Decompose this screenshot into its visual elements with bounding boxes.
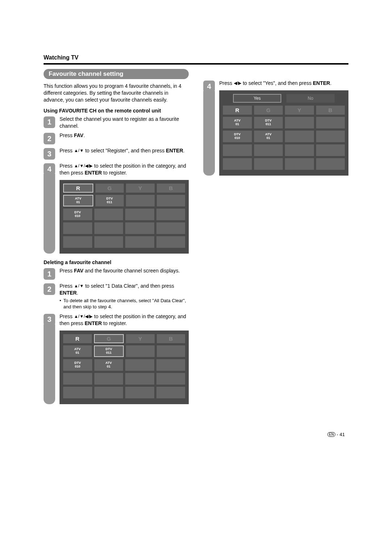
tv-cell: [316, 158, 345, 170]
tv-cell: [316, 144, 345, 156]
tv-cell: ATV01: [254, 131, 283, 142]
tv-cell: DTV011: [95, 195, 124, 206]
step-number: 1: [44, 268, 55, 280]
tv-cell: [254, 144, 283, 156]
tv-cell: [125, 359, 154, 371]
step-pillar: [203, 91, 215, 176]
tv-panel: R G Y B ATV01 DTV011 DTV010: [60, 331, 189, 404]
col-header: R: [223, 106, 252, 115]
col-header: Y: [285, 106, 314, 115]
using-heading: Using FAVOURITE CH on the remote control…: [44, 108, 189, 114]
step-text: Press ▲/▼ to select "Register", and then…: [60, 147, 189, 154]
step-text: Press ◀/▶ to select "Yes", and then pres…: [219, 80, 348, 87]
col-header: Y: [126, 334, 155, 343]
tv-cell: [94, 373, 123, 385]
tv-cell: [125, 236, 154, 248]
lang-badge: EN: [327, 432, 335, 437]
tv-cell: [63, 373, 92, 385]
tv-cell: [156, 209, 185, 220]
tv-cell: [94, 209, 123, 220]
step-number: 3: [44, 314, 55, 325]
tv-cell: [126, 195, 155, 206]
step-text: Press FAV and the favourite channel scre…: [60, 267, 189, 274]
step-number: 2: [44, 133, 55, 144]
tv-cell: [156, 359, 185, 371]
step-text: Press ▲/▼ to select "1 Data Clear", and …: [60, 283, 189, 310]
tv-panel: R G Y B ATV01 DTV011 DTV010: [60, 180, 189, 254]
col-header: R: [63, 334, 92, 343]
col-header: Y: [126, 184, 155, 193]
tv-cell: [94, 222, 123, 234]
col-header: B: [157, 334, 185, 343]
step-number: 2: [44, 283, 55, 295]
step-text: Select the channel you want to register …: [60, 116, 189, 130]
tv-cell: [94, 236, 123, 248]
tv-cell: DTV011: [254, 117, 283, 128]
up-down-icon: ▲/▼: [74, 148, 84, 153]
tv-cell: [316, 131, 345, 142]
tv-cell: [156, 236, 185, 248]
page-title: Favourite channel setting: [44, 69, 189, 79]
tv-cell: DTV010: [63, 209, 92, 220]
step-text: Press ▲/▼/◀/▶ to select the position in …: [60, 313, 189, 327]
tv-cell: ATV01: [63, 195, 93, 206]
tv-cell: [223, 158, 252, 170]
tv-cell: [285, 131, 314, 142]
tv-cell: [126, 345, 155, 357]
tv-cell: [125, 387, 154, 398]
tv-cell: DTV010: [223, 131, 252, 142]
tv-cell: DTV010: [63, 359, 92, 371]
col-header: G: [95, 184, 124, 193]
col-header: G: [94, 334, 124, 343]
intro-text: This function allows you to program 4 fa…: [44, 83, 189, 103]
step-text: Press FAV.: [60, 132, 189, 139]
tv-cell: DTV011: [94, 345, 124, 357]
tv-cell: [125, 209, 154, 220]
left-right-icon: ◀/▶: [234, 80, 241, 86]
step-number: 4: [44, 163, 55, 175]
step-pillar: [44, 174, 55, 254]
tv-cell: [285, 158, 314, 170]
tv-cell: [63, 222, 92, 234]
col-header: R: [63, 184, 93, 193]
step-pillar: [44, 324, 55, 404]
tv-cell: [63, 236, 92, 248]
step-number: 1: [44, 116, 55, 128]
col-header: G: [254, 106, 283, 115]
step-number: 4: [203, 81, 215, 92]
tv-cell: [94, 387, 123, 398]
section-header: Watching TV: [44, 54, 348, 61]
tv-cell: ATV01: [63, 345, 92, 357]
step-text: Press ▲/▼/◀/▶ to select the position in …: [60, 163, 189, 176]
tv-cell: [63, 387, 92, 398]
tv-cell: [223, 144, 252, 156]
tv-cell: [157, 195, 185, 206]
tv-cell: ATV01: [223, 117, 252, 128]
tv-cell: ATV01: [94, 359, 123, 371]
tv-cell: [285, 117, 314, 128]
deleting-heading: Deleting a favourite channel: [44, 259, 189, 265]
tv-cell: [156, 387, 185, 398]
tv-cell: [156, 222, 185, 234]
tv-cell: [254, 158, 283, 170]
tv-cell: [157, 345, 185, 357]
divider: [44, 63, 348, 65]
page-footer: EN - 41: [44, 432, 348, 437]
yes-option: Yes: [233, 94, 281, 103]
no-option: No: [286, 94, 335, 103]
tv-cell: [316, 117, 345, 128]
tv-cell: [156, 373, 185, 385]
col-header: B: [157, 184, 185, 193]
up-down-icon: ▲/▼: [74, 283, 84, 289]
dpad-icon: ▲/▼/◀/▶: [74, 313, 93, 319]
tv-cell: [125, 373, 154, 385]
col-header: B: [316, 106, 345, 115]
tv-cell: [125, 222, 154, 234]
dpad-icon: ▲/▼/◀/▶: [74, 163, 93, 169]
tv-cell: [285, 144, 314, 156]
step-number: 3: [44, 148, 55, 160]
tv-panel: Yes No R G Y B ATV01 DTV011: [219, 90, 348, 176]
